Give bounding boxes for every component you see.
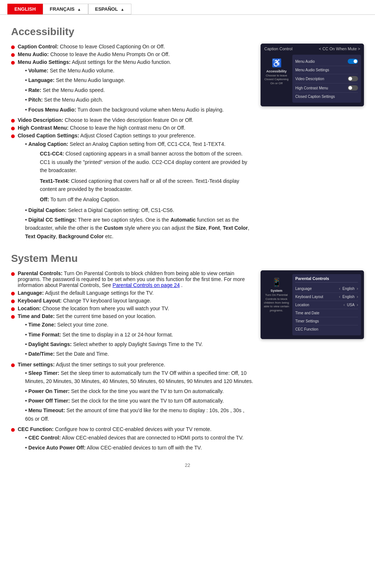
sub-desc: Turn down the background volume when Men… [78, 107, 224, 113]
menu-item-label: Menu Audio Settings [295, 68, 329, 72]
sub-desc: Select a Digital Caption setting: Off, C… [68, 207, 174, 213]
tab-francais[interactable]: FRANÇAIS ▲ [43, 4, 88, 14]
period: . [181, 282, 183, 288]
sub-desc: Allow CEC-enabled devices that are conne… [62, 435, 244, 441]
list-item: Date/Time: Set the Date and Time. [25, 350, 203, 358]
item-content: CEC Function: Configure how to control C… [18, 426, 244, 453]
bullet-icon [11, 61, 15, 65]
mockup-menu: Menu Audio Menu Audio Settings Video Des… [292, 55, 361, 103]
bullet-icon [11, 307, 15, 311]
mockup-sidebar: ♿ Accessibility Choose to leave Closed C… [264, 55, 289, 103]
item-term: Timer settings: [18, 362, 55, 368]
bullet-icon [11, 292, 15, 295]
sub-term: Focus Menu Audio: [28, 107, 76, 113]
tv-screenshot: 📱 System Turn On Parental Controls to bl… [261, 270, 364, 339]
menu-item: Video Description [295, 74, 358, 83]
list-item: Menu Audio Settings: Adjust settings for… [11, 59, 253, 115]
sub-list: Sleep Timer: Set the sleep timer to auto… [18, 369, 253, 423]
list-item: Location: Choose the location from where… [11, 305, 253, 311]
menu-item-value: English [343, 287, 355, 291]
menu-item-label: Keyboard Layout [295, 295, 323, 299]
sidebar-title: Accessibility [264, 69, 289, 73]
mockup-body: 📱 System Turn On Parental Controls to bl… [261, 270, 364, 339]
item-term: Parental Controls: [18, 270, 62, 276]
item-term: Video Description: [18, 117, 63, 123]
menu-item: High Contrast Menu [295, 83, 358, 93]
menu-item-nav: ‹ English › [339, 295, 358, 299]
item-content: Time and Date: Set the current time base… [18, 313, 203, 360]
list-item: Digital CC Settings: There are two capti… [25, 216, 253, 240]
espanol-arrow-icon: ▲ [121, 7, 124, 11]
sub-list: Analog Caption: Select an Analog Caption… [18, 140, 253, 240]
list-item: Language: Adjust the default Language se… [11, 290, 253, 296]
off-heading: Off: [40, 196, 49, 202]
sub-desc: Set the Menu Audio pitch. [44, 97, 103, 103]
bullet-icon [11, 127, 15, 130]
menu-item-nav: ‹ English › [339, 287, 358, 291]
menu-item-label: CEC Function [295, 327, 318, 331]
item-term: Location: [18, 305, 41, 311]
sub-desc: Set the Menu Audio language. [56, 77, 125, 83]
sub-term: Analog Caption: [28, 141, 68, 147]
item-content: Menu Audio Settings: Adjust settings for… [18, 59, 224, 115]
sidebar-icon: ♿ [264, 58, 289, 68]
menu-item: Timer Settings [295, 317, 358, 325]
tab-english[interactable]: ENGLISH [7, 4, 43, 14]
sub-list: CEC Control: Allow CEC-enabled devices t… [18, 434, 244, 452]
sub-desc: Set the Menu Audio volume. [50, 68, 114, 74]
tv-screenshot: Caption Control < CC On When Mute > ♿ Ac… [261, 44, 364, 106]
indented-para: CC1-CC4: Closed captioning appears in a … [40, 150, 253, 174]
list-item: Device Auto Power Off: Allow CEC-enabled… [25, 444, 244, 452]
sub-term: Sleep Timer: [28, 370, 59, 376]
list-item: Sleep Timer: Set the sleep timer to auto… [25, 369, 253, 386]
item-term: Menu Audio: [18, 51, 49, 57]
bullet-icon [11, 428, 15, 432]
item-content: Menu Audio: Choose to leave the Audio Me… [18, 51, 170, 57]
item-desc: Adjust settings for the Menu Audio funct… [72, 59, 171, 65]
page-number: 22 [11, 462, 364, 468]
item-desc: Choose to leave the Audio Menu Prompts O… [50, 51, 169, 57]
sub-term: Pitch: [28, 97, 43, 103]
list-item: Parental Controls: Turn On Parental Cont… [11, 270, 253, 288]
item-content: Timer settings: Adjust the timer setting… [18, 362, 253, 424]
item-content: Video Description: Choose to leave the V… [18, 117, 193, 123]
sidebar-icon: 📱 [264, 278, 289, 287]
indented-para: Off: To turn off the Analog Caption. [40, 195, 253, 204]
item-term: Time and Date: [18, 313, 55, 319]
sub-desc: Select an Analog Caption setting from Of… [70, 141, 226, 147]
menu-item-label: Menu Audio [295, 59, 315, 64]
item-content: Parental Controls: Turn On Parental Cont… [18, 270, 253, 288]
accessibility-section: Caption Control: Choose to leave Closed … [11, 44, 364, 244]
toggle-off-icon [348, 76, 358, 81]
bullet-icon [11, 315, 15, 319]
menu-item-label: Closed Caption Settings [295, 95, 335, 99]
bullet-icon [11, 134, 15, 138]
sub-desc: Set the time to display in a 12 or 24-ho… [62, 332, 173, 338]
item-content: Language: Adjust the default Language se… [18, 290, 154, 296]
list-item: Power Off Timer: Set the clock for the t… [25, 397, 253, 405]
sidebar-title: System [264, 289, 289, 293]
menu-item-label: Time and Date [295, 311, 319, 315]
arrow-right-icon: › [357, 287, 358, 291]
menu-item-label: Location [295, 303, 309, 307]
menu-item: Menu Audio Settings [295, 66, 358, 74]
list-item: Focus Menu Audio: Turn down the backgrou… [25, 106, 224, 114]
system-section: Parental Controls: Turn On Parental Cont… [11, 270, 364, 455]
list-item: Time and Date: Set the current time base… [11, 313, 253, 360]
arrow-left-icon: ‹ [339, 295, 340, 299]
item-term: Menu Audio Settings: [18, 59, 70, 65]
sub-term: Power Off Timer: [28, 398, 70, 404]
bullet-icon [11, 300, 15, 303]
tab-espanol[interactable]: ESPAÑOL ▲ [88, 4, 131, 14]
parental-controls-link[interactable]: Parental Controls on page 24 [113, 282, 180, 288]
text-desc: Closed captioning that covers half or al… [40, 178, 239, 192]
bullet-icon [11, 45, 15, 49]
item-content: Closed Caption Settings: Adjust Closed C… [18, 133, 253, 242]
menu-item-label: Video Description [295, 77, 324, 81]
sidebar-sub: Choose to leave Closed Captioning On or … [264, 74, 289, 85]
item-content: High Contrast Menu: Choose to leave the … [18, 125, 185, 131]
francais-arrow-icon: ▲ [78, 7, 81, 11]
item-term: CEC Function: [18, 426, 54, 432]
sub-term: Time Zone: [28, 322, 56, 328]
bullet-icon [11, 119, 15, 123]
